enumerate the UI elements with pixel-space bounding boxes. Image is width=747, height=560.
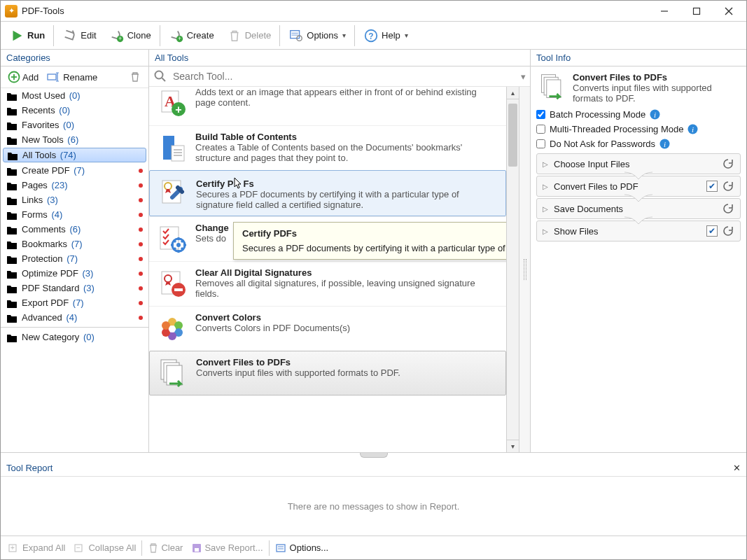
- tool-item[interactable]: Build Table of Contents Creates a Table …: [149, 125, 506, 170]
- tool-item[interactable]: Convert Colors Converts Colors in PDF Do…: [149, 306, 506, 351]
- nopass-row[interactable]: Do Not Ask for Passwords: [536, 139, 741, 149]
- category-item[interactable]: Forms (4): [1, 207, 148, 222]
- scroll-down-button[interactable]: ▾: [507, 440, 519, 452]
- refresh-icon[interactable]: [722, 180, 734, 192]
- step-row[interactable]: ▷ Convert Files to PDF ✔: [536, 176, 741, 197]
- refresh-icon[interactable]: [722, 202, 734, 215]
- category-item[interactable]: Comments (6): [1, 222, 148, 237]
- expand-icon[interactable]: ▷: [543, 183, 550, 190]
- tool-name: Convert Files to PDFs: [196, 357, 498, 368]
- category-item[interactable]: New Tools (6): [1, 132, 148, 147]
- batch-checkbox[interactable]: [536, 110, 545, 119]
- category-item[interactable]: Pages (23): [1, 178, 148, 192]
- category-item[interactable]: Favorites (0): [1, 118, 148, 132]
- nopass-checkbox[interactable]: [536, 139, 545, 148]
- delete-button[interactable]: Delete: [221, 25, 277, 46]
- splitter-grip[interactable]: [1, 453, 746, 460]
- main-area: Categories Add Rename Most Used (0) Rece…: [1, 50, 746, 453]
- step-checkbox[interactable]: ✔: [706, 225, 718, 237]
- rename-category-button[interactable]: Rename: [44, 70, 100, 84]
- category-item[interactable]: Optimize PDF (3): [1, 266, 148, 281]
- folder-icon: [6, 135, 18, 145]
- multi-thread-row[interactable]: Multi-Threaded Processing Mode: [536, 124, 741, 134]
- tool-item[interactable]: Convert Files to PDFs Converts input fil…: [149, 351, 506, 396]
- step-checkbox[interactable]: ✔: [706, 181, 718, 192]
- collapse-all-button[interactable]: − Collapse All: [71, 541, 139, 555]
- report-close-button[interactable]: ✕: [733, 463, 741, 473]
- category-item[interactable]: Links (3): [1, 192, 148, 207]
- category-item[interactable]: PDF Standard (3): [1, 281, 148, 295]
- help-button[interactable]: ? Help ▾: [358, 25, 414, 46]
- step-row[interactable]: ▷ Show Files ✔: [536, 220, 741, 241]
- modified-dot-icon: [139, 169, 143, 173]
- refresh-icon[interactable]: [722, 225, 734, 237]
- expand-icon[interactable]: ▷: [543, 160, 550, 168]
- tool-desc: Adds text or an image that appears eithe…: [195, 87, 499, 108]
- folder-icon: [6, 195, 18, 205]
- step-row[interactable]: ▷ Save Documents: [536, 198, 741, 219]
- modified-dot-icon: [139, 198, 143, 202]
- clear-report-button[interactable]: Clear: [145, 541, 186, 555]
- category-item[interactable]: Most Used (0): [1, 88, 148, 103]
- category-item[interactable]: Bookmarks (7): [1, 237, 148, 251]
- edit-button[interactable]: Edit: [57, 25, 102, 46]
- save-report-button[interactable]: Save Report...: [188, 541, 265, 555]
- step-name: Show Files: [554, 226, 702, 237]
- close-button[interactable]: [713, 1, 745, 21]
- window-controls: [648, 1, 745, 21]
- minimize-button[interactable]: [648, 1, 680, 21]
- chevron-down-icon[interactable]: ▾: [521, 71, 526, 82]
- delete-category-button[interactable]: [126, 69, 144, 85]
- create-label: Create: [187, 30, 214, 41]
- category-item[interactable]: Recents (0): [1, 103, 148, 118]
- scroll-thumb[interactable]: [508, 104, 517, 167]
- category-item[interactable]: Export PDF (7): [1, 295, 148, 310]
- run-button[interactable]: Run: [4, 25, 50, 46]
- colors-icon: [156, 312, 188, 344]
- folder-icon: [7, 150, 18, 160]
- add-category-button[interactable]: Add: [5, 69, 41, 85]
- modified-dot-icon: [139, 183, 143, 188]
- category-item[interactable]: All Tools (74): [3, 148, 146, 162]
- category-list[interactable]: Most Used (0) Recents (0) Favorites (0) …: [1, 88, 148, 452]
- add-label: Add: [22, 72, 39, 83]
- tool-list[interactable]: A+ Add Watermark Adds text or an image t…: [149, 87, 506, 452]
- category-label: All Tools (74): [22, 150, 76, 160]
- category-item[interactable]: Create PDF (7): [1, 163, 148, 178]
- maximize-button[interactable]: [680, 1, 713, 21]
- tool-item[interactable]: Clear All Digital Signatures Removes all…: [149, 261, 506, 306]
- collapsed-panel-grip[interactable]: [519, 87, 530, 452]
- refresh-icon[interactable]: [722, 158, 734, 170]
- info-icon[interactable]: [659, 139, 670, 149]
- expand-icon[interactable]: ▷: [543, 205, 550, 213]
- create-button[interactable]: + Create: [163, 25, 220, 46]
- step-row[interactable]: ▷ Choose Input Files: [536, 153, 741, 174]
- tool-info-header: Tool Info: [531, 50, 746, 66]
- category-label: PDF Standard (3): [22, 283, 95, 293]
- tool-item[interactable]: Certify PFs Secures a PDF documents by c…: [149, 170, 506, 216]
- multi-checkbox[interactable]: [536, 125, 545, 134]
- category-item[interactable]: New Category (0): [1, 330, 148, 344]
- info-icon[interactable]: [687, 124, 698, 134]
- tool-name: Convert Colors: [195, 312, 499, 323]
- category-label: Optimize PDF (3): [22, 268, 93, 279]
- tool-scrollbar[interactable]: ▴ ▾: [506, 87, 519, 452]
- expand-all-button[interactable]: + Expand All: [5, 541, 68, 555]
- batch-mode-row[interactable]: Batch Processing Mode: [536, 109, 741, 120]
- tool-item[interactable]: A+ Add Watermark Adds text or an image t…: [149, 87, 506, 125]
- scroll-track[interactable]: [507, 99, 519, 440]
- category-item[interactable]: Advanced (4): [1, 310, 148, 325]
- svg-rect-22: [48, 74, 56, 80]
- scroll-up-button[interactable]: ▴: [507, 87, 519, 99]
- report-options-button[interactable]: Options...: [272, 541, 332, 555]
- category-item[interactable]: Protection (7): [1, 251, 148, 266]
- save-label: Save Report...: [204, 542, 263, 553]
- info-icon[interactable]: [650, 109, 660, 120]
- svg-rect-5: [694, 8, 700, 14]
- modified-dot-icon: [139, 257, 143, 261]
- search-input[interactable]: [172, 70, 517, 83]
- expand-icon[interactable]: ▷: [543, 227, 550, 235]
- svg-text:−: −: [77, 544, 81, 552]
- clone-button[interactable]: + Clone: [104, 25, 157, 46]
- options-button[interactable]: Options ▾: [283, 25, 351, 46]
